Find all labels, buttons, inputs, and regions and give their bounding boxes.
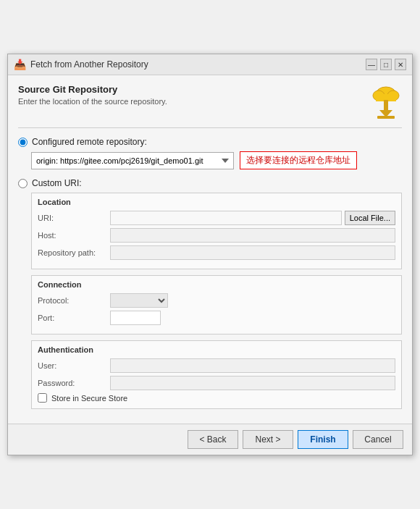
wizard-icon (370, 84, 402, 120)
secure-store-row: Store in Secure Store (38, 393, 395, 403)
password-row: Password: (38, 376, 395, 390)
header-text: Source Git Repository Enter the location… (18, 84, 363, 114)
annotation-label: 选择要连接的远程仓库地址 (240, 151, 357, 169)
title-bar: 📥 Fetch from Another Repository — □ ✕ (8, 54, 412, 75)
port-row: Port: (38, 311, 395, 325)
protocol-row: Protocol: (38, 293, 395, 308)
repo-select-row: origin: https://gitee.com/pcj2619/git_de… (31, 151, 402, 169)
wizard-icon-area (370, 84, 402, 120)
user-label: User: (38, 361, 110, 370)
host-input[interactable] (110, 228, 395, 243)
header-area: Source Git Repository Enter the location… (18, 84, 402, 128)
protocol-dropdown[interactable] (110, 293, 168, 308)
connection-group-title: Connection (38, 280, 395, 289)
configured-remote-radio-row: Configured remote repository: (18, 137, 402, 147)
host-label: Host: (38, 231, 110, 240)
secure-store-checkbox[interactable] (38, 393, 47, 403)
repo-path-row: Repository path: (38, 245, 395, 260)
host-row: Host: (38, 228, 395, 243)
repo-path-input[interactable] (110, 245, 395, 260)
back-button[interactable]: < Back (188, 430, 238, 449)
next-button[interactable]: Next > (243, 430, 293, 449)
bottom-bar: < Back Next > Finish Cancel (8, 424, 412, 455)
connection-group: Connection Protocol: Port: (31, 275, 402, 335)
password-label: Password: (38, 379, 110, 387)
remote-repo-dropdown[interactable]: origin: https://gitee.com/pcj2619/git_de… (31, 152, 234, 169)
svg-rect-4 (384, 100, 388, 112)
authentication-group-title: Authentication (38, 345, 395, 354)
finish-button[interactable]: Finish (298, 430, 348, 449)
maximize-button[interactable]: □ (380, 59, 392, 70)
uri-row: URI: Local File... (38, 211, 395, 225)
custom-uri-radio-row: Custom URI: (18, 178, 402, 188)
protocol-label: Protocol: (38, 296, 110, 305)
close-button[interactable]: ✕ (395, 59, 406, 70)
page-title: Source Git Repository (18, 84, 363, 95)
location-group: Location URI: Local File... Host: Reposi… (31, 193, 402, 269)
title-bar-controls: — □ ✕ (366, 59, 406, 70)
title-bar-left: 📥 Fetch from Another Repository (14, 59, 148, 70)
page-subtitle: Enter the location of the source reposit… (18, 97, 363, 106)
password-input[interactable] (110, 376, 395, 390)
minimize-button[interactable]: — (366, 59, 377, 70)
secure-store-label[interactable]: Store in Secure Store (51, 394, 127, 403)
custom-uri-label[interactable]: Custom URI: (32, 178, 82, 188)
uri-label: URI: (38, 214, 110, 222)
repo-path-label: Repository path: (38, 248, 110, 257)
user-row: User: (38, 358, 395, 373)
configured-remote-label[interactable]: Configured remote repository: (32, 137, 147, 147)
port-label: Port: (38, 314, 110, 322)
dialog-content: Source Git Repository Enter the location… (8, 75, 412, 424)
authentication-group: Authentication User: Password: Store in … (31, 340, 402, 409)
window-icon: 📥 (14, 59, 26, 70)
cancel-button[interactable]: Cancel (353, 430, 403, 449)
uri-input[interactable] (110, 211, 342, 225)
port-input[interactable] (110, 311, 161, 325)
custom-uri-radio[interactable] (18, 179, 28, 188)
main-window: 📥 Fetch from Another Repository — □ ✕ So… (7, 54, 413, 455)
local-file-button[interactable]: Local File... (345, 211, 395, 225)
window-title: Fetch from Another Repository (30, 59, 148, 70)
configured-remote-radio[interactable] (18, 138, 28, 147)
user-input[interactable] (110, 358, 395, 373)
location-group-title: Location (38, 198, 395, 206)
svg-rect-6 (377, 116, 395, 119)
